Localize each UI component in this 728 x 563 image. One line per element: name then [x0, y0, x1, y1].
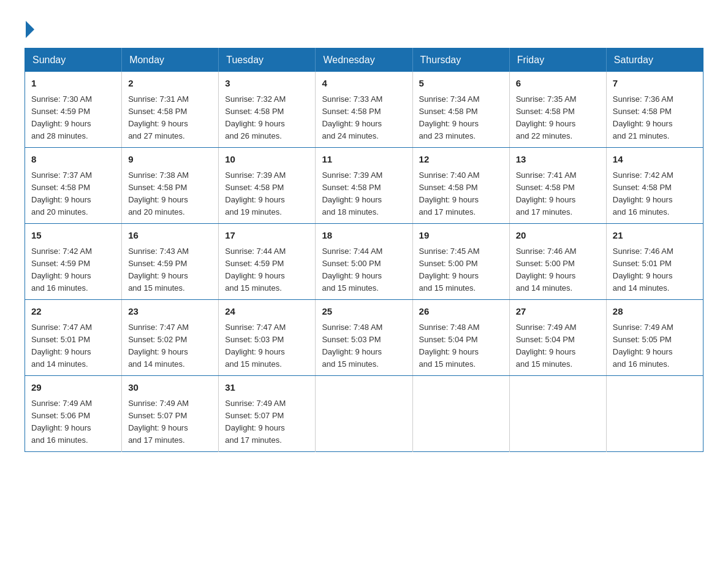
calendar-day-cell: 3Sunrise: 7:32 AMSunset: 4:58 PMDaylight… [219, 72, 316, 148]
calendar-day-cell: 12Sunrise: 7:40 AMSunset: 4:58 PMDayligh… [412, 148, 509, 224]
day-number: 26 [419, 305, 503, 319]
day-number: 4 [322, 77, 406, 91]
day-number: 10 [225, 153, 309, 167]
day-number: 15 [31, 229, 115, 243]
day-info: Sunrise: 7:40 AMSunset: 4:58 PMDaylight:… [419, 170, 480, 216]
calendar-day-cell [316, 376, 412, 452]
day-info: Sunrise: 7:44 AMSunset: 4:59 PMDaylight:… [225, 247, 286, 293]
day-info: Sunrise: 7:39 AMSunset: 4:58 PMDaylight:… [322, 170, 382, 216]
day-info: Sunrise: 7:49 AMSunset: 5:04 PMDaylight:… [516, 323, 577, 369]
logo [25, 18, 34, 36]
calendar-day-cell: 31Sunrise: 7:49 AMSunset: 5:07 PMDayligh… [219, 376, 316, 452]
calendar-table: Sunday Monday Tuesday Wednesday Thursday… [25, 48, 703, 452]
calendar-day-cell: 20Sunrise: 7:46 AMSunset: 5:00 PMDayligh… [509, 224, 606, 300]
header-sunday: Sunday [25, 48, 122, 72]
calendar-day-cell [412, 376, 509, 452]
calendar-day-cell: 26Sunrise: 7:48 AMSunset: 5:04 PMDayligh… [412, 300, 509, 376]
day-number: 14 [613, 153, 697, 167]
calendar-week-row: 8Sunrise: 7:37 AMSunset: 4:58 PMDaylight… [25, 148, 703, 224]
day-info: Sunrise: 7:43 AMSunset: 4:59 PMDaylight:… [128, 247, 189, 293]
calendar-week-row: 29Sunrise: 7:49 AMSunset: 5:06 PMDayligh… [25, 376, 703, 452]
calendar-day-cell [509, 376, 606, 452]
day-info: Sunrise: 7:30 AMSunset: 4:59 PMDaylight:… [31, 94, 92, 140]
day-info: Sunrise: 7:42 AMSunset: 4:58 PMDaylight:… [613, 170, 673, 216]
day-info: Sunrise: 7:37 AMSunset: 4:58 PMDaylight:… [31, 170, 92, 216]
day-number: 12 [419, 153, 503, 167]
day-number: 5 [419, 77, 503, 91]
day-info: Sunrise: 7:44 AMSunset: 5:00 PMDaylight:… [322, 247, 382, 293]
page-header [25, 18, 703, 36]
day-info: Sunrise: 7:47 AMSunset: 5:01 PMDaylight:… [31, 323, 92, 369]
day-info: Sunrise: 7:48 AMSunset: 5:03 PMDaylight:… [322, 323, 382, 369]
header-thursday: Thursday [412, 48, 509, 72]
day-info: Sunrise: 7:49 AMSunset: 5:07 PMDaylight:… [225, 399, 286, 445]
day-number: 23 [128, 305, 212, 319]
calendar-day-cell: 21Sunrise: 7:46 AMSunset: 5:01 PMDayligh… [606, 224, 703, 300]
day-info: Sunrise: 7:38 AMSunset: 4:58 PMDaylight:… [128, 170, 189, 216]
calendar-day-cell: 7Sunrise: 7:36 AMSunset: 4:58 PMDaylight… [606, 72, 703, 148]
calendar-day-cell: 4Sunrise: 7:33 AMSunset: 4:58 PMDaylight… [316, 72, 412, 148]
calendar-day-cell: 6Sunrise: 7:35 AMSunset: 4:58 PMDaylight… [509, 72, 606, 148]
calendar-day-cell: 24Sunrise: 7:47 AMSunset: 5:03 PMDayligh… [219, 300, 316, 376]
calendar-day-cell: 1Sunrise: 7:30 AMSunset: 4:59 PMDaylight… [25, 72, 122, 148]
calendar-day-cell: 17Sunrise: 7:44 AMSunset: 4:59 PMDayligh… [219, 224, 316, 300]
day-info: Sunrise: 7:42 AMSunset: 4:59 PMDaylight:… [31, 247, 92, 293]
header-monday: Monday [122, 48, 219, 72]
calendar-day-cell: 9Sunrise: 7:38 AMSunset: 4:58 PMDaylight… [122, 148, 219, 224]
calendar-day-cell: 30Sunrise: 7:49 AMSunset: 5:07 PMDayligh… [122, 376, 219, 452]
calendar-day-cell: 25Sunrise: 7:48 AMSunset: 5:03 PMDayligh… [316, 300, 412, 376]
calendar-day-cell: 16Sunrise: 7:43 AMSunset: 4:59 PMDayligh… [122, 224, 219, 300]
day-number: 18 [322, 229, 406, 243]
day-info: Sunrise: 7:39 AMSunset: 4:58 PMDaylight:… [225, 170, 286, 216]
day-info: Sunrise: 7:46 AMSunset: 5:00 PMDaylight:… [516, 247, 577, 293]
day-number: 29 [31, 381, 115, 395]
day-info: Sunrise: 7:49 AMSunset: 5:07 PMDaylight:… [128, 399, 189, 445]
day-info: Sunrise: 7:41 AMSunset: 4:58 PMDaylight:… [516, 170, 577, 216]
day-info: Sunrise: 7:34 AMSunset: 4:58 PMDaylight:… [419, 94, 480, 140]
calendar-day-cell: 28Sunrise: 7:49 AMSunset: 5:05 PMDayligh… [606, 300, 703, 376]
day-info: Sunrise: 7:49 AMSunset: 5:06 PMDaylight:… [31, 399, 92, 445]
day-info: Sunrise: 7:36 AMSunset: 4:58 PMDaylight:… [613, 94, 673, 140]
day-number: 20 [516, 229, 600, 243]
calendar-week-row: 22Sunrise: 7:47 AMSunset: 5:01 PMDayligh… [25, 300, 703, 376]
day-info: Sunrise: 7:33 AMSunset: 4:58 PMDaylight:… [322, 94, 382, 140]
day-info: Sunrise: 7:32 AMSunset: 4:58 PMDaylight:… [225, 94, 286, 140]
day-number: 22 [31, 305, 115, 319]
calendar-day-cell: 14Sunrise: 7:42 AMSunset: 4:58 PMDayligh… [606, 148, 703, 224]
day-info: Sunrise: 7:31 AMSunset: 4:58 PMDaylight:… [128, 94, 189, 140]
day-info: Sunrise: 7:47 AMSunset: 5:02 PMDaylight:… [128, 323, 189, 369]
day-number: 16 [128, 229, 212, 243]
calendar-day-cell: 27Sunrise: 7:49 AMSunset: 5:04 PMDayligh… [509, 300, 606, 376]
calendar-day-cell: 23Sunrise: 7:47 AMSunset: 5:02 PMDayligh… [122, 300, 219, 376]
day-number: 27 [516, 305, 600, 319]
day-number: 17 [225, 229, 309, 243]
calendar-week-row: 15Sunrise: 7:42 AMSunset: 4:59 PMDayligh… [25, 224, 703, 300]
day-number: 28 [613, 305, 697, 319]
day-number: 2 [128, 77, 212, 91]
day-info: Sunrise: 7:48 AMSunset: 5:04 PMDaylight:… [419, 323, 480, 369]
day-number: 24 [225, 305, 309, 319]
day-number: 19 [419, 229, 503, 243]
day-number: 31 [225, 381, 309, 395]
calendar-day-cell: 29Sunrise: 7:49 AMSunset: 5:06 PMDayligh… [25, 376, 122, 452]
calendar-header-row: Sunday Monday Tuesday Wednesday Thursday… [25, 48, 703, 72]
day-info: Sunrise: 7:46 AMSunset: 5:01 PMDaylight:… [613, 247, 673, 293]
calendar-day-cell: 8Sunrise: 7:37 AMSunset: 4:58 PMDaylight… [25, 148, 122, 224]
calendar-week-row: 1Sunrise: 7:30 AMSunset: 4:59 PMDaylight… [25, 72, 703, 148]
calendar-day-cell: 18Sunrise: 7:44 AMSunset: 5:00 PMDayligh… [316, 224, 412, 300]
day-number: 6 [516, 77, 600, 91]
calendar-day-cell: 10Sunrise: 7:39 AMSunset: 4:58 PMDayligh… [219, 148, 316, 224]
header-wednesday: Wednesday [316, 48, 412, 72]
logo-arrow-icon [26, 21, 34, 38]
calendar-day-cell: 2Sunrise: 7:31 AMSunset: 4:58 PMDaylight… [122, 72, 219, 148]
calendar-day-cell: 11Sunrise: 7:39 AMSunset: 4:58 PMDayligh… [316, 148, 412, 224]
day-number: 21 [613, 229, 697, 243]
day-number: 25 [322, 305, 406, 319]
header-friday: Friday [509, 48, 606, 72]
calendar-day-cell: 5Sunrise: 7:34 AMSunset: 4:58 PMDaylight… [412, 72, 509, 148]
calendar-day-cell: 15Sunrise: 7:42 AMSunset: 4:59 PMDayligh… [25, 224, 122, 300]
header-saturday: Saturday [606, 48, 703, 72]
day-number: 1 [31, 77, 115, 91]
day-info: Sunrise: 7:47 AMSunset: 5:03 PMDaylight:… [225, 323, 286, 369]
calendar-day-cell: 19Sunrise: 7:45 AMSunset: 5:00 PMDayligh… [412, 224, 509, 300]
